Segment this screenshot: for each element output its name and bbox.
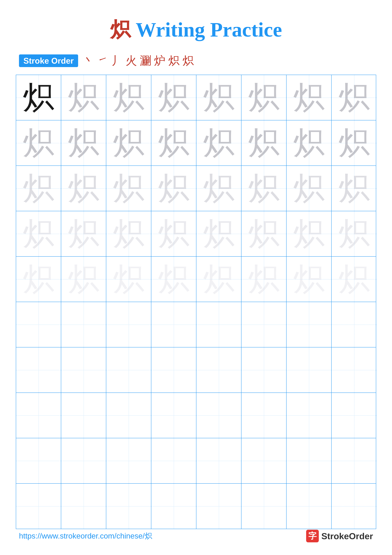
grid-cell-empty[interactable] [286, 393, 332, 438]
grid-cell-empty[interactable] [106, 438, 151, 483]
grid-cell[interactable]: 炽 [332, 75, 377, 120]
grid-cell-empty[interactable] [242, 347, 286, 393]
char-guide: 炽 [203, 82, 235, 113]
grid-cell-empty[interactable] [16, 438, 61, 483]
grid-cell[interactable]: 炽 [61, 75, 106, 120]
grid-row: 炽 炽 炽 炽 炽 炽 炽 炽 [16, 257, 376, 302]
grid-cell[interactable]: 炽 [242, 75, 286, 120]
footer-url[interactable]: https://www.strokeorder.com/chinese/炽 [19, 531, 152, 541]
grid-cell[interactable]: 炽 [196, 211, 242, 256]
grid-cell-empty[interactable] [332, 393, 377, 438]
grid-cell[interactable]: 炽 [286, 257, 332, 302]
grid-cell[interactable]: 炽 [196, 75, 242, 120]
grid-cell[interactable]: 炽 [242, 166, 286, 211]
grid-cell[interactable]: 炽 [151, 211, 196, 256]
grid-cell-empty[interactable] [242, 438, 286, 483]
char-guide: 炽 [338, 173, 370, 204]
grid-cell-empty[interactable] [151, 484, 196, 529]
grid-cell-empty[interactable] [332, 347, 377, 393]
char-guide: 炽 [23, 263, 54, 295]
grid-cell-empty[interactable] [61, 484, 106, 529]
grid-cell[interactable]: 炽 [16, 211, 61, 256]
grid-cell[interactable]: 炽 [106, 257, 151, 302]
grid-cell-empty[interactable] [151, 438, 196, 483]
grid-cell[interactable]: 炽 [196, 166, 242, 211]
char-guide: 炽 [203, 218, 235, 250]
grid-cell-empty[interactable] [286, 347, 332, 393]
grid-cell-empty[interactable] [332, 438, 377, 483]
grid-cell[interactable]: 炽 [286, 75, 332, 120]
grid-cell-empty[interactable] [286, 302, 332, 347]
grid-cell-empty[interactable] [286, 438, 332, 483]
grid-cell-empty[interactable] [16, 393, 61, 438]
grid-cell-empty[interactable] [16, 484, 61, 529]
char-guide: 炽 [203, 173, 235, 204]
grid-row [16, 347, 376, 393]
grid-cell-empty[interactable] [196, 302, 242, 347]
grid-cell[interactable]: 炽 [242, 257, 286, 302]
grid-cell[interactable]: 炽 [61, 120, 106, 166]
grid-cell-empty[interactable] [61, 393, 106, 438]
grid-cell[interactable]: 炽 [151, 75, 196, 120]
grid-cell-empty[interactable] [16, 302, 61, 347]
grid-cell[interactable]: 炽 [61, 211, 106, 256]
char-guide: 炽 [338, 82, 370, 113]
grid-cell[interactable]: 炽 [332, 257, 377, 302]
grid-cell[interactable]: 炽 [61, 166, 106, 211]
char-guide: 炽 [23, 127, 54, 159]
grid-cell[interactable]: 炽 [16, 120, 61, 166]
grid-cell[interactable]: 炽 [106, 75, 151, 120]
grid-cell-empty[interactable] [286, 484, 332, 529]
grid-cell[interactable]: 炽 [242, 120, 286, 166]
grid-cell-empty[interactable] [151, 393, 196, 438]
grid-cell[interactable]: 炽 [151, 166, 196, 211]
grid-cell[interactable]: 炽 [16, 257, 61, 302]
grid-cell-empty[interactable] [196, 393, 242, 438]
grid-cell[interactable]: 炽 [151, 257, 196, 302]
grid-cell[interactable]: 炽 [196, 257, 242, 302]
page-title: 炽 Writing Practice [0, 0, 392, 53]
char-guide: 炽 [23, 218, 54, 250]
grid-cell[interactable]: 炽 [332, 120, 377, 166]
grid-cell-empty[interactable] [106, 347, 151, 393]
grid-cell[interactable]: 炽 [332, 211, 377, 256]
grid-cell-empty[interactable] [242, 393, 286, 438]
grid-cell[interactable]: 炽 [196, 120, 242, 166]
grid-cell[interactable]: 炽 [106, 166, 151, 211]
grid-cell-empty[interactable] [106, 393, 151, 438]
char-guide: 炽 [68, 263, 100, 295]
grid-cell-empty[interactable] [16, 347, 61, 393]
grid-cell[interactable]: 炽 [286, 211, 332, 256]
grid-cell-empty[interactable] [61, 438, 106, 483]
stroke-7: 炽 [168, 53, 180, 68]
grid-cell-empty[interactable] [242, 484, 286, 529]
grid-row: 炽 炽 炽 炽 炽 炽 炽 炽 [16, 120, 376, 166]
grid-cell[interactable]: 炽 [242, 211, 286, 256]
grid-cell[interactable]: 炽 [151, 120, 196, 166]
grid-cell[interactable]: 炽 [286, 166, 332, 211]
grid-cell[interactable]: 炽 [332, 166, 377, 211]
grid-cell-empty[interactable] [242, 302, 286, 347]
grid-cell[interactable]: 炽 [16, 166, 61, 211]
grid-cell-empty[interactable] [61, 302, 106, 347]
char-guide: 炽 [158, 218, 190, 250]
grid-cell[interactable]: 炽 [106, 211, 151, 256]
grid-cell-empty[interactable] [106, 484, 151, 529]
char-guide: 炽 [248, 218, 280, 250]
char-guide: 炽 [293, 127, 325, 159]
grid-cell-empty[interactable] [61, 347, 106, 393]
grid-cell-empty[interactable] [196, 347, 242, 393]
grid-cell-empty[interactable] [106, 302, 151, 347]
grid-cell-empty[interactable] [332, 484, 377, 529]
grid-cell[interactable]: 炽 [16, 75, 61, 120]
grid-cell-empty[interactable] [151, 302, 196, 347]
grid-cell[interactable]: 炽 [286, 120, 332, 166]
grid-cell-empty[interactable] [332, 302, 377, 347]
char-guide: 炽 [248, 127, 280, 159]
grid-cell-empty[interactable] [196, 438, 242, 483]
grid-cell-empty[interactable] [196, 484, 242, 529]
char-guide: 炽 [68, 173, 100, 204]
grid-cell-empty[interactable] [151, 347, 196, 393]
grid-cell[interactable]: 炽 [61, 257, 106, 302]
grid-cell[interactable]: 炽 [106, 120, 151, 166]
